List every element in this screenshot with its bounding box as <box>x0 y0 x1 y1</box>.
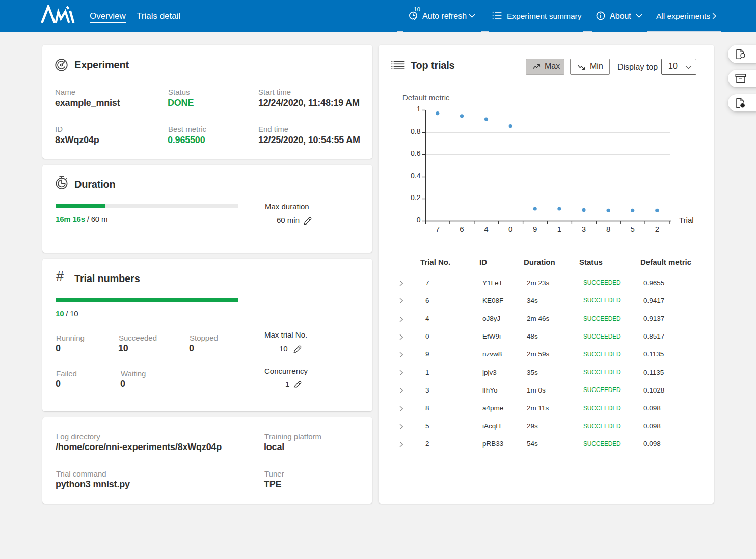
svg-text:Trial: Trial <box>679 216 694 225</box>
svg-text:0: 0 <box>417 216 421 224</box>
svg-text:0.6: 0.6 <box>411 149 421 157</box>
svg-text:1: 1 <box>557 225 561 233</box>
svg-text:6: 6 <box>460 225 464 233</box>
svg-text:5: 5 <box>631 225 635 233</box>
svg-text:0.8: 0.8 <box>411 127 421 135</box>
svg-text:Default metric: Default metric <box>402 93 450 102</box>
svg-text:9: 9 <box>533 225 537 233</box>
svg-text:0: 0 <box>508 225 512 233</box>
svg-text:3: 3 <box>582 225 586 233</box>
svg-text:1: 1 <box>417 105 421 113</box>
svg-text:4: 4 <box>484 225 488 233</box>
svg-text:7: 7 <box>436 225 440 233</box>
svg-text:8: 8 <box>606 225 610 233</box>
svg-text:2: 2 <box>655 225 659 233</box>
svg-text:0.4: 0.4 <box>411 172 421 180</box>
svg-text:0.2: 0.2 <box>411 193 421 202</box>
